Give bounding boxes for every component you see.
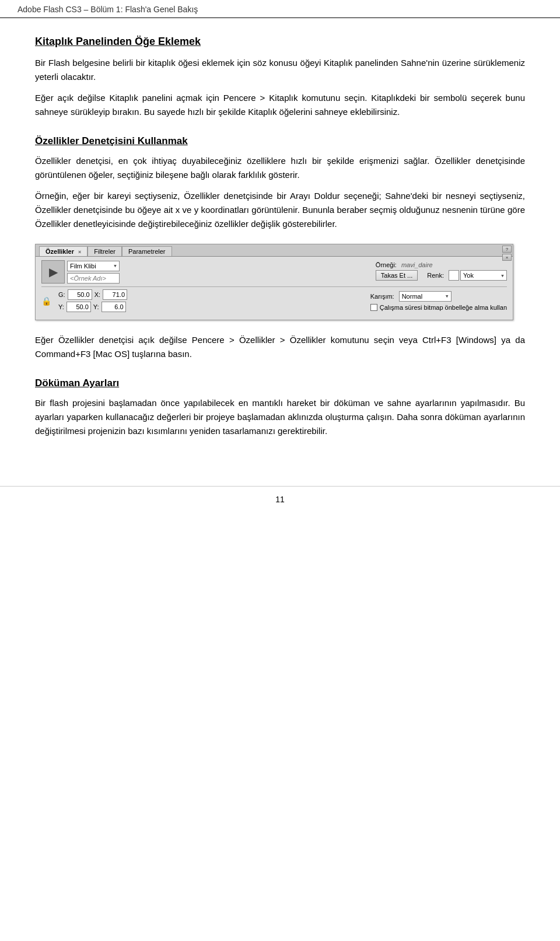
section-title-ozellikler: Özellikler Denetçisini Kullanmak <box>35 135 525 147</box>
panel-row-2: 🔒 G: X: Y: Y: <box>41 289 507 312</box>
g-input[interactable] <box>68 289 92 300</box>
panel-type-col: Film Klibi ▼ <box>67 261 120 284</box>
lock-col: 🔒 <box>41 296 51 306</box>
tab-filtreler[interactable]: Filtreler <box>88 246 122 256</box>
page-footer: 11 <box>0 486 560 509</box>
x-input[interactable] <box>103 289 127 300</box>
panel-divider <box>41 286 507 287</box>
tab-ozellikler[interactable]: Özellikler × <box>39 246 88 256</box>
color-label: Renk: <box>427 272 444 279</box>
cache-label: Çalışma süresi bitmap önbelleğe alma kul… <box>380 304 507 311</box>
example-value: mavi_daire <box>401 261 433 268</box>
x-label: X: <box>94 291 100 298</box>
y1-input[interactable] <box>66 302 91 312</box>
color-swatch[interactable] <box>449 270 459 281</box>
para-ozellikler-1: Özellikler denetçisi, en çok ihtiyaç duy… <box>35 154 525 182</box>
panel-right-col: Örneği: mavi_daire Takas Et ... Renk: Yo… <box>376 261 507 282</box>
section-title-kitaplik: Kitaplık Panelinden Öğe Eklemek <box>35 36 525 48</box>
panel-tabs-row: Özellikler × Filtreler Parametreler <box>36 244 513 257</box>
para-kitaplik-2: Eğer açık değilse Kitaplık panelini açma… <box>35 91 525 119</box>
section-title-dokuman: Döküman Ayarları <box>35 377 525 389</box>
panel-close-corner-btn[interactable]: × <box>502 254 512 261</box>
example-label: Örneği: <box>376 261 397 268</box>
symbol-icon: ▶ <box>41 260 65 284</box>
instance-name-input[interactable] <box>67 273 120 284</box>
cache-checkbox-row: Çalışma süresi bitmap önbelleğe alma kul… <box>370 304 507 311</box>
after-panel-text: Eğer Özellikler denetçisi açık değilse P… <box>35 333 525 361</box>
panel-help-btn[interactable]: ? <box>502 246 512 253</box>
page-number: 11 <box>275 495 285 504</box>
blend-col: Karışım: Normal ▼ Çalışma süresi bitmap … <box>370 291 507 311</box>
blend-label: Karışım: <box>370 293 394 300</box>
y-label-1: Y: <box>58 303 64 310</box>
type-select[interactable]: Film Klibi ▼ <box>67 261 120 271</box>
y2-input[interactable] <box>102 302 126 312</box>
para-dokuman-1: Bir flash projesini başlamadan önce yapı… <box>35 396 525 438</box>
flash-panel-screenshot: ? × Özellikler × Filtreler Parametreler <box>35 244 513 320</box>
panel-left-col: ▶ Film Klibi ▼ <box>41 260 120 284</box>
g-label: G: <box>58 291 65 298</box>
para-kitaplik-1: Bir Flash belgesine belirli bir kitaplık… <box>35 56 525 84</box>
swap-row: Takas Et ... Renk: Yok ▼ <box>376 270 507 281</box>
main-content: Kitaplık Panelinden Öğe Eklemek Bir Flas… <box>0 18 560 468</box>
blend-select[interactable]: Normal ▼ <box>399 291 452 302</box>
cache-checkbox[interactable] <box>370 304 377 311</box>
y-label-2: Y: <box>93 303 99 310</box>
color-select[interactable]: Yok ▼ <box>460 270 507 281</box>
lock-icon: 🔒 <box>41 296 51 306</box>
panel-row-1: ▶ Film Klibi ▼ <box>41 260 507 284</box>
panel-body: ▶ Film Klibi ▼ <box>36 257 513 320</box>
header-text: Adobe Flash CS3 – Bölüm 1: Flash'a Genel… <box>18 5 198 14</box>
example-row: Örneği: mavi_daire <box>376 261 507 268</box>
para-ozellikler-2: Örneğin, eğer bir kareyi seçtiyseniz, Öz… <box>35 189 525 231</box>
swap-button[interactable]: Takas Et ... <box>376 270 418 281</box>
page-header: Adobe Flash CS3 – Bölüm 1: Flash'a Genel… <box>0 0 560 18</box>
panel-corner-buttons: ? × <box>502 246 512 261</box>
coords-left: G: X: Y: Y: <box>58 289 127 312</box>
tab-parametreler[interactable]: Parametreler <box>122 246 172 256</box>
